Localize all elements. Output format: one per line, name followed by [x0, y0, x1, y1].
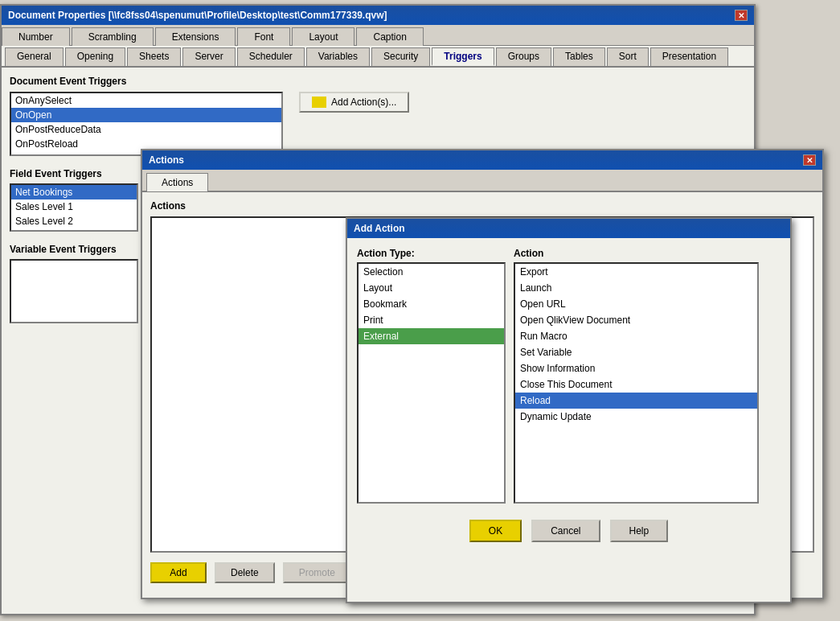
action-type-layout[interactable]: Layout	[359, 280, 504, 296]
add-action-cols: Action Type: Selection Layout Bookmark P…	[357, 248, 781, 504]
add-action-title-text: Add Action	[354, 223, 405, 234]
bottom-tab-row: General Opening Sheets Server Scheduler …	[2, 46, 754, 68]
action-type-external[interactable]: External	[359, 328, 504, 344]
action-dynamic-update[interactable]: Dynamic Update	[515, 409, 757, 425]
main-window-title: Document Properties [\\fc8fss04\spenumut…	[8, 10, 387, 21]
action-type-list[interactable]: Selection Layout Bookmark Print External	[357, 262, 506, 504]
action-type-print[interactable]: Print	[359, 312, 504, 328]
trigger-onopen[interactable]: OnOpen	[11, 108, 281, 122]
tab-top-number[interactable]: Number	[2, 27, 70, 46]
action-export[interactable]: Export	[515, 264, 757, 280]
tab-top-font[interactable]: Font	[237, 27, 290, 46]
add-actions-icon	[312, 97, 326, 108]
tab-groups[interactable]: Groups	[496, 47, 551, 66]
tab-top-extensions[interactable]: Extensions	[155, 27, 236, 46]
add-action-ok-button[interactable]: OK	[469, 520, 522, 542]
tab-tables[interactable]: Tables	[553, 47, 605, 66]
action-open-url[interactable]: Open URL	[515, 296, 757, 312]
field-triggers-list[interactable]: Net Bookings Sales Level 1 Sales Level 2	[10, 183, 138, 232]
tab-sheets[interactable]: Sheets	[127, 47, 181, 66]
action-type-col: Action Type: Selection Layout Bookmark P…	[357, 248, 506, 504]
trigger-onanyselect[interactable]: OnAnySelect	[11, 93, 281, 108]
add-action-title-bar: Add Action	[347, 219, 790, 238]
tab-sort[interactable]: Sort	[607, 47, 649, 66]
tab-security[interactable]: Security	[371, 47, 430, 66]
actions-tab-row: Actions	[142, 170, 822, 192]
action-header: Action	[514, 248, 759, 259]
trigger-onpostreducedata[interactable]: OnPostReduceData	[11, 122, 281, 137]
tab-triggers[interactable]: Triggers	[432, 47, 494, 66]
field-trigger-netbookings[interactable]: Net Bookings	[11, 185, 137, 199]
tab-top-scrambling[interactable]: Scrambling	[72, 27, 154, 46]
tab-scheduler[interactable]: Scheduler	[237, 47, 305, 66]
action-show-information[interactable]: Show Information	[515, 360, 757, 376]
action-open-qlikview[interactable]: Open QlikView Document	[515, 312, 757, 328]
main-title-bar: Document Properties [\\fc8fss04\spenumut…	[2, 6, 754, 25]
actions-tab-actions[interactable]: Actions	[146, 173, 208, 191]
action-type-bookmark[interactable]: Bookmark	[359, 296, 504, 312]
document-triggers-row: OnAnySelect OnOpen OnPostReduceData OnPo…	[10, 92, 746, 156]
action-close-document[interactable]: Close This Document	[515, 376, 757, 393]
document-triggers-list[interactable]: OnAnySelect OnOpen OnPostReduceData OnPo…	[10, 92, 283, 156]
tab-presentation[interactable]: Presentation	[650, 47, 728, 66]
action-launch[interactable]: Launch	[515, 280, 757, 296]
add-action-dialog: Add Action Action Type: Selection Layout…	[346, 217, 792, 603]
field-trigger-saleslevel1[interactable]: Sales Level 1	[11, 199, 137, 214]
actions-dialog-title: Actions	[149, 154, 184, 166]
add-action-bottom-btns: OK Cancel Help	[357, 520, 781, 542]
main-close-button[interactable]: ✕	[735, 10, 748, 21]
document-event-triggers-label: Document Event Triggers	[10, 76, 746, 87]
tab-opening[interactable]: Opening	[65, 47, 125, 66]
tab-top-layout[interactable]: Layout	[292, 27, 354, 46]
tab-variables[interactable]: Variables	[306, 47, 370, 66]
actions-section-label: Actions	[150, 200, 814, 212]
variable-triggers-list[interactable]	[10, 259, 138, 323]
action-set-variable[interactable]: Set Variable	[515, 344, 757, 360]
add-action-cancel-button[interactable]: Cancel	[531, 520, 600, 542]
actions-dialog-close-button[interactable]: ✕	[803, 154, 816, 166]
action-reload[interactable]: Reload	[515, 393, 757, 409]
tab-general[interactable]: General	[5, 47, 64, 66]
add-action-help-button[interactable]: Help	[610, 520, 669, 542]
actions-dialog-title-bar: Actions ✕	[142, 150, 822, 170]
add-action-body: Action Type: Selection Layout Bookmark P…	[347, 238, 790, 552]
action-type-header: Action Type:	[357, 248, 506, 259]
add-actions-button[interactable]: Add Action(s)...	[299, 92, 409, 113]
top-tab-row: Number Scrambling Extensions Font Layout…	[2, 25, 754, 46]
action-run-macro[interactable]: Run Macro	[515, 328, 757, 344]
action-type-selection[interactable]: Selection	[359, 264, 504, 280]
tab-top-caption[interactable]: Caption	[356, 27, 423, 46]
tab-server[interactable]: Server	[182, 47, 235, 66]
action-list[interactable]: Export Launch Open URL Open QlikView Doc…	[514, 262, 759, 504]
field-trigger-saleslevel2[interactable]: Sales Level 2	[11, 214, 137, 228]
action-col: Action Export Launch Open URL Open QlikV…	[514, 248, 759, 504]
